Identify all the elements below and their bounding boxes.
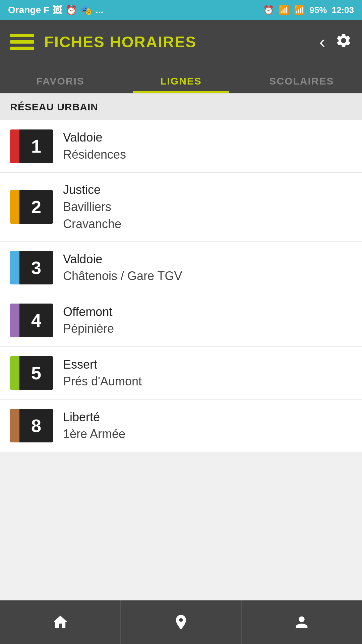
line-text: JusticeBavilliersCravanche	[63, 182, 121, 232]
line-badge-5: 5	[10, 356, 53, 390]
line-number-box: 4	[19, 304, 53, 337]
line-number-box: 5	[19, 356, 53, 390]
line-subtitle2: Cravanche	[63, 216, 121, 232]
line-item-2[interactable]: 2JusticeBavilliersCravanche	[0, 173, 362, 241]
line-number-text: 1	[31, 136, 41, 157]
line-subtitle: 1ère Armée	[63, 426, 125, 442]
line-color-bar	[10, 356, 19, 390]
line-number-box: 2	[19, 190, 53, 224]
line-number-text: 5	[31, 363, 41, 383]
line-name: Valdoie	[63, 130, 126, 146]
line-color-bar	[10, 129, 19, 163]
home-icon	[52, 613, 69, 631]
line-badge-4: 4	[10, 304, 53, 337]
hamburger-menu[interactable]	[10, 34, 34, 50]
alarm-status-icon: ⏰	[263, 5, 274, 15]
line-text: OffemontPépinière	[63, 304, 114, 337]
line-name: Liberté	[63, 410, 125, 425]
line-number-text: 3	[31, 257, 41, 278]
line-text: ValdoieChâtenois / Gare TGV	[63, 252, 182, 284]
line-subtitle: Résidences	[63, 147, 126, 163]
line-color-bar	[10, 304, 19, 337]
line-subtitle: Châtenois / Gare TGV	[63, 268, 182, 284]
line-color-bar	[10, 190, 19, 224]
line-number-box: 1	[19, 129, 53, 163]
line-item-5[interactable]: 5EssertPrés d'Aumont	[0, 347, 362, 399]
hamburger-line-1	[10, 34, 34, 37]
battery-text: 95%	[309, 5, 327, 15]
line-subtitle: Bavilliers	[63, 199, 121, 215]
lines-list: 1ValdoieRésidences2JusticeBavilliersCrav…	[0, 120, 362, 452]
gear-icon	[335, 32, 352, 49]
line-item-4[interactable]: 4OffemontPépinière	[0, 294, 362, 347]
tab-favoris[interactable]: FAVORIS	[0, 75, 121, 93]
alarm-icon: ⏰	[65, 5, 77, 16]
photo-icon: 🖼	[53, 5, 62, 16]
status-bar: Orange F 🖼 ⏰ 🎭 ... ⏰ 📶 📶 95% 12:03	[0, 0, 362, 20]
cast-icon: 🎭	[80, 5, 92, 16]
line-number-box: 8	[19, 409, 53, 442]
tab-lignes[interactable]: LIGNES	[121, 75, 241, 93]
time-text: 12:03	[332, 5, 354, 15]
hamburger-line-3	[10, 47, 34, 50]
settings-button[interactable]	[335, 32, 352, 52]
line-badge-8: 8	[10, 409, 53, 442]
line-text: Liberté1ère Armée	[63, 410, 125, 442]
app-header: FICHES HORAIRES ‹	[0, 20, 362, 64]
line-subtitle: Pépinière	[63, 321, 114, 337]
line-badge-1: 1	[10, 129, 53, 163]
nav-map[interactable]	[121, 600, 241, 644]
line-number-text: 2	[31, 197, 41, 217]
header-actions: ‹	[319, 32, 352, 52]
line-number-text: 4	[31, 310, 41, 331]
line-color-bar	[10, 251, 19, 284]
carrier-text: Orange F	[8, 5, 49, 15]
line-badge-2: 2	[10, 190, 53, 224]
tab-bar: FAVORIS LIGNES SCOLAIRES	[0, 64, 362, 94]
line-name: Essert	[63, 357, 142, 373]
line-name: Justice	[63, 182, 121, 198]
line-item-1[interactable]: 1ValdoieRésidences	[0, 120, 362, 173]
line-number-box: 3	[19, 251, 53, 284]
line-color-bar	[10, 409, 19, 442]
wifi-icon: 📶	[279, 5, 289, 15]
signal-icon: 📶	[294, 5, 305, 15]
section-header: RÉSEAU URBAIN	[0, 94, 362, 120]
nav-home[interactable]	[0, 600, 121, 644]
nav-user[interactable]	[242, 600, 362, 644]
page-title: FICHES HORAIRES	[44, 33, 309, 51]
status-bar-right: ⏰ 📶 📶 95% 12:03	[263, 5, 354, 15]
line-text: EssertPrés d'Aumont	[63, 357, 142, 390]
status-bar-left: Orange F 🖼 ⏰ 🎭 ...	[8, 5, 103, 16]
dots-icon: ...	[96, 5, 103, 15]
line-badge-3: 3	[10, 251, 53, 284]
line-name: Offemont	[63, 304, 114, 320]
hamburger-line-2	[10, 40, 34, 44]
line-name: Valdoie	[63, 252, 182, 267]
bottom-nav	[0, 600, 362, 644]
line-text: ValdoieRésidences	[63, 130, 126, 163]
line-item-3[interactable]: 3ValdoieChâtenois / Gare TGV	[0, 241, 362, 294]
tab-scolaires[interactable]: SCOLAIRES	[241, 75, 362, 93]
line-subtitle: Prés d'Aumont	[63, 374, 142, 389]
user-icon	[293, 613, 310, 631]
back-button[interactable]: ‹	[319, 33, 325, 51]
map-pin-icon	[172, 613, 190, 631]
line-number-text: 8	[31, 415, 41, 436]
line-item-8[interactable]: 8Liberté1ère Armée	[0, 399, 362, 452]
